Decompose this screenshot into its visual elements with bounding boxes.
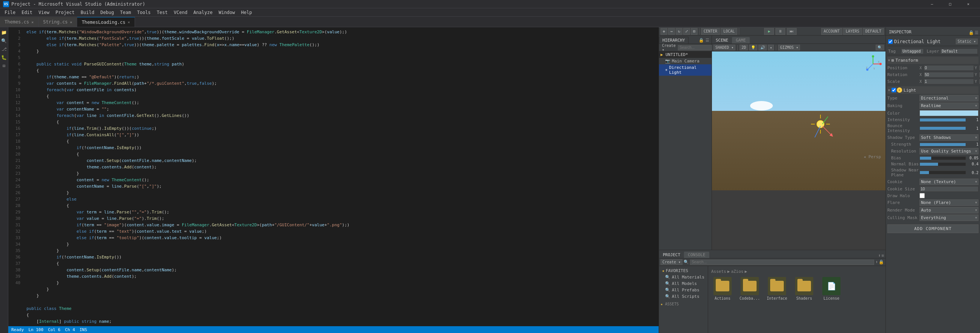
tab-themes-cs-close[interactable]: ✕ [31, 20, 33, 24]
breadcrumb-assets[interactable]: Assets [711, 269, 726, 274]
menu-window[interactable]: Window [215, 9, 238, 16]
static-button[interactable]: Static ▾ [956, 38, 978, 44]
hierarchy-item-directional-light[interactable]: ☀ Directional Light [659, 64, 711, 76]
menu-debug[interactable]: Debug [97, 9, 117, 16]
pause-button[interactable]: ⏸ [775, 28, 785, 35]
tree-all-models[interactable]: 🔍 All Models [659, 280, 708, 287]
scene-tab[interactable]: SCENE [712, 37, 732, 43]
hierarchy-create-button[interactable]: Create ▾ [660, 43, 677, 53]
file-actions[interactable]: Actions [711, 277, 734, 300]
hierarchy-menu-icon[interactable]: ☰ [705, 37, 710, 43]
object-enabled-checkbox[interactable] [888, 39, 892, 44]
play-button[interactable]: ▶ [764, 28, 774, 35]
menu-tools[interactable]: Tools [134, 9, 153, 16]
tree-all-prefabs[interactable]: 🔍 All Prefabs [659, 287, 708, 293]
code-area[interactable]: 12345678910 11121314151617181920 2122232… [8, 27, 659, 326]
layers-button[interactable]: LAYERS [843, 28, 862, 35]
tree-all-materials[interactable]: 🔍 All Materials [659, 274, 708, 280]
scene-sound-btn[interactable]: 🔊 [759, 45, 767, 50]
menu-edit[interactable]: Edit [19, 9, 35, 16]
tool-scale[interactable]: ⤢ [683, 28, 690, 35]
layer-dropdown[interactable]: Default [940, 48, 978, 54]
bottom-panel-icon1[interactable]: ⬆ [878, 253, 881, 258]
gizmos-button[interactable]: GIZMOS ▾ [778, 45, 800, 50]
add-component-button[interactable]: ADD COMPONENT [888, 225, 978, 233]
tree-all-scripts[interactable]: 🔍 All Scripts [659, 293, 708, 300]
breadcrumb-azios[interactable]: aZios [731, 269, 743, 274]
step-button[interactable]: ⏭ [787, 28, 797, 35]
draw-halo-checkbox[interactable] [920, 193, 925, 198]
light-color-swatch[interactable] [920, 110, 978, 116]
light-baking-dropdown[interactable]: Realtime ▼ [920, 102, 978, 109]
game-tab[interactable]: GAME [732, 37, 750, 43]
culling-mask-dropdown[interactable]: Everything ▼ [920, 215, 978, 221]
bias-slider[interactable] [920, 156, 966, 160]
sidebar-explorer-icon[interactable]: 📁 [0, 29, 8, 36]
tab-themes-cs[interactable]: Themes.cs ✕ [0, 17, 38, 27]
scene-light-btn[interactable]: 💡 [749, 45, 757, 50]
tab-string-cs-close[interactable]: ✕ [70, 20, 72, 24]
cookie-size-input[interactable] [920, 186, 978, 192]
scene-fx-btn[interactable]: ✦ [768, 45, 774, 50]
2d-button[interactable]: 2D [740, 45, 748, 50]
menu-test[interactable]: Test [154, 9, 171, 16]
project-filter-icon[interactable]: ⬆ [875, 260, 878, 264]
console-tab[interactable]: CONSOLE [684, 252, 709, 258]
intensity-slider[interactable] [920, 118, 966, 122]
shadow-type-dropdown[interactable]: Soft Shadows ▼ [920, 134, 978, 141]
scene-canvas[interactable]: Y X Z ◂ Persp [712, 51, 886, 250]
hierarchy-item-main-camera[interactable]: 📷 Main Camera [659, 58, 711, 64]
maximize-button[interactable]: □ [942, 0, 959, 8]
project-lock-icon[interactable]: 🔒 [879, 260, 884, 264]
shaded-button[interactable]: SHADED ▾ [713, 45, 735, 50]
cookie-dropdown[interactable]: None (Texture) ▼ [920, 178, 978, 185]
menu-vcend[interactable]: VCend [170, 9, 190, 16]
scene-search-btn[interactable]: 🔍 [876, 45, 884, 50]
center-local-center[interactable]: CENTER [701, 28, 720, 35]
file-license[interactable]: 📄 License [820, 277, 843, 300]
project-tab[interactable]: PROJECT [659, 252, 684, 258]
file-shaders[interactable]: Shaders [793, 277, 816, 300]
inspector-lock-icon[interactable]: 🔒 [969, 30, 974, 35]
render-mode-dropdown[interactable]: Auto ▼ [920, 207, 978, 214]
tab-themesloading-cs[interactable]: ThemesLoading.cs ✕ [77, 17, 135, 27]
account-button[interactable]: ACCOUNT [821, 28, 842, 35]
tool-move[interactable]: ↔ [668, 28, 675, 35]
inspector-menu-icon[interactable]: ☰ [975, 30, 978, 35]
normal-bias-slider[interactable] [920, 163, 966, 166]
sidebar-search-icon[interactable]: 🔍 [0, 37, 8, 45]
tool-hand[interactable]: ✥ [660, 28, 667, 35]
transform-section-header[interactable]: ▼ ⊞ Transform [888, 57, 978, 64]
menu-analyze[interactable]: Analyze [191, 9, 216, 16]
file-codeba[interactable]: Codeba... [738, 277, 761, 300]
hierarchy-scene-name[interactable]: ▶ UNTITLED* [659, 51, 711, 58]
menu-view[interactable]: View [35, 9, 52, 16]
tab-string-cs[interactable]: String.cs ✕ [38, 17, 77, 27]
strength-slider[interactable] [920, 143, 966, 147]
project-search-input[interactable] [690, 260, 874, 265]
bounce-intensity-slider[interactable] [920, 126, 966, 130]
tool-rotate[interactable]: ↻ [676, 28, 682, 35]
inspector-tab[interactable]: INSPECTOR [886, 29, 915, 35]
shadow-near-slider[interactable] [920, 170, 966, 174]
file-interface[interactable]: Interface [765, 277, 788, 300]
sidebar-extensions-icon[interactable]: ⊞ [0, 62, 8, 70]
menu-team[interactable]: Team [117, 9, 134, 16]
code-content[interactable]: else if(term.Matches("WindowBackgroundOv… [24, 27, 659, 326]
bottom-panel-icon2[interactable]: ≡ [881, 253, 884, 258]
menu-build[interactable]: Build [78, 9, 97, 16]
layout-button[interactable]: DEFAULT [863, 28, 884, 35]
light-type-dropdown[interactable]: Directional ▼ [920, 95, 978, 101]
tag-dropdown[interactable]: Untagged [901, 48, 924, 54]
scale-x-input[interactable] [924, 79, 974, 84]
close-button[interactable]: ✕ [959, 0, 977, 8]
light-enabled-checkbox[interactable] [891, 88, 896, 92]
sidebar-debug-icon[interactable]: 🐛 [0, 54, 8, 61]
flare-dropdown[interactable]: None (Flare) ▼ [920, 199, 978, 206]
center-local-local[interactable]: LOCAL [721, 28, 737, 35]
hierarchy-lock-icon[interactable]: 🔒 [698, 37, 705, 43]
resolution-dropdown[interactable]: Use Quality Settings ▼ [920, 148, 978, 155]
rotation-x-input[interactable] [924, 72, 974, 78]
menu-file[interactable]: File [2, 9, 19, 16]
project-create-button[interactable]: Create ▾ [660, 259, 682, 265]
